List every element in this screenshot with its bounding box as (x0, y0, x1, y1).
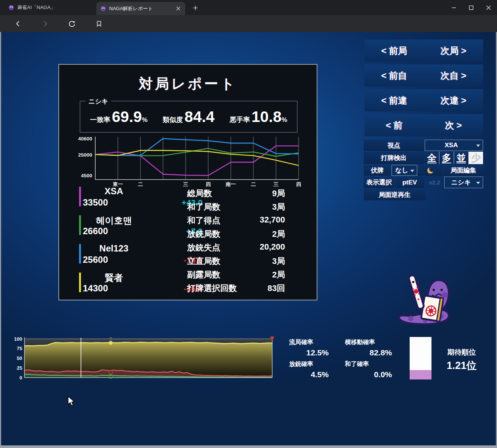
fusehai-label: 伏牌 (364, 165, 391, 176)
stat-row: 放銃局数2局 (187, 229, 285, 240)
next-self-button[interactable]: 次自 > (424, 70, 483, 82)
stat-row: 立直局数3局 (187, 256, 285, 267)
segment-normal[interactable]: 並 (454, 152, 468, 164)
nav-row-diff: < 前違 次違 > (364, 89, 483, 111)
svg-text:0: 0 (20, 375, 22, 381)
nav-row-step: < 前 次 > (364, 114, 483, 136)
prev-self-button[interactable]: < 前自 (364, 70, 424, 82)
player-row: Nel123 25600 -14.0 (79, 243, 147, 265)
display-select-label: 表示選択 (364, 177, 395, 188)
forward-icon[interactable] (41, 19, 50, 28)
mouse-cursor (67, 396, 76, 407)
browser-window: 麻雀AI「NAGA」 NAGA解析レポート (0, 0, 497, 448)
stat-row: 和了得点32,700 (187, 215, 285, 226)
window-bottom-edge (0, 445, 497, 448)
svg-text:40600: 40600 (78, 136, 92, 142)
stat-row: 放銃失点20,200 (187, 242, 285, 253)
new-tab-button[interactable] (191, 4, 200, 12)
naga-favicon-icon (100, 6, 106, 12)
page-content: 対局レポート ニシキ 一致率 69.9 % 類似度 84.4 悪手率 (0, 32, 497, 448)
bad-move-rate: 悪手率 10.8 % (230, 108, 287, 126)
tab-close-icon[interactable] (175, 5, 181, 12)
close-button[interactable] (480, 0, 497, 15)
tab-title: 麻雀AI「NAGA」 (17, 4, 87, 11)
player-select[interactable]: ニシキ (444, 177, 483, 188)
naga-mascot (396, 272, 452, 325)
prev-kyoku-button[interactable]: < 前局 (364, 45, 424, 57)
svg-text:25000: 25000 (78, 152, 92, 158)
next-button[interactable]: 次 > (424, 119, 483, 131)
next-kyoku-button[interactable]: 次局 > (424, 45, 483, 57)
tab-naga-home[interactable]: 麻雀AI「NAGA」 (5, 0, 91, 15)
stat-row: 打牌選択回数83回 (187, 283, 285, 294)
reverse-replay-button[interactable]: 局面逆再生 (364, 189, 425, 200)
reload-icon[interactable] (67, 19, 76, 28)
expected-rank: 期待順位 1.21位 (437, 347, 486, 372)
edit-board-button[interactable]: 局面編集 (444, 165, 483, 176)
player-color-bar (79, 187, 81, 206)
minimize-button[interactable] (445, 0, 462, 15)
toolbar: https://naga.dmv.nico/htmls/9819e1e08bbd… (0, 15, 497, 32)
player-color-bar (79, 273, 81, 292)
probability-area-chart[interactable]: 1007550250 (11, 336, 274, 382)
tab-title: NAGA解析レポート (109, 5, 172, 12)
back-icon[interactable] (14, 19, 23, 28)
svg-text:三: 三 (273, 181, 279, 187)
svg-text:4500: 4500 (81, 173, 92, 178)
ptev-button[interactable]: ptEV (395, 177, 424, 188)
svg-text:50: 50 (17, 355, 22, 361)
next-diff-button[interactable]: 次違 > (424, 94, 483, 107)
svg-text:三: 三 (183, 181, 188, 187)
nav-row-self: < 前自 次自 > (364, 64, 483, 87)
rank-bar-fill (410, 370, 431, 379)
crescent-moon-icon[interactable] (427, 167, 434, 174)
night-mode-cell (418, 165, 443, 176)
version-label: v2.2 (425, 177, 444, 188)
score-line-chart: 40600250004500東一二三四南一二三四 (69, 135, 302, 189)
svg-text:25: 25 (17, 365, 22, 371)
report-title: 対局レポート (59, 75, 317, 93)
viewpoint-label: 視点 (364, 140, 424, 151)
segment-few[interactable]: 少 (468, 152, 483, 164)
svg-text:75: 75 (17, 346, 22, 351)
viewpoint-select[interactable]: XSA (425, 140, 483, 151)
similarity: 類似度 84.4 (163, 108, 215, 126)
bookmark-icon[interactable] (95, 19, 104, 28)
agari-prob: 和了確率 0.0% (345, 360, 392, 379)
svg-text:二: 二 (251, 181, 256, 187)
segment-all[interactable]: 全 (425, 152, 439, 164)
ryukyoku-prob: 流局確率 12.5% (289, 338, 329, 357)
player-color-bar (79, 244, 81, 264)
expected-rank-bar (410, 337, 431, 379)
summary-box: ニシキ 一致率 69.9 % 類似度 84.4 悪手率 10.8 (80, 101, 297, 133)
prev-diff-button[interactable]: < 前違 (364, 94, 424, 107)
svg-text:100: 100 (14, 336, 22, 342)
svg-text:四: 四 (206, 181, 211, 187)
naga-favicon-icon (8, 5, 14, 11)
stat-row: 和了局数3局 (187, 201, 285, 213)
segment-many[interactable]: 多 (439, 152, 454, 164)
nav-row-kyoku: < 前局 次局 > (364, 40, 483, 62)
prev-button[interactable]: < 前 (364, 119, 424, 131)
tab-report[interactable]: NAGA解析レポート (96, 2, 185, 15)
report-panel: 対局レポート ニシキ 一致率 69.9 % 類似度 84.4 悪手率 (58, 64, 317, 300)
svg-text:四: 四 (296, 181, 301, 187)
player-row: XSA 33500 +43.0 (79, 186, 147, 208)
svg-text:南一: 南一 (226, 181, 236, 187)
fusehai-select[interactable]: なし (392, 165, 417, 176)
player-row: 賢者 14300 -36.0 (79, 272, 147, 294)
window-controls (445, 0, 497, 15)
player-row: 헤이호맨 26600 +7.0 (79, 215, 147, 236)
dahai-detect-label: 打牌検出 (364, 152, 424, 164)
titlebar: 麻雀AI「NAGA」 NAGA解析レポート (0, 0, 497, 15)
player-color-bar (79, 215, 81, 235)
yokoido-prob: 横移動確率 82.8% (345, 338, 392, 357)
houjuu-prob: 放銃確率 4.5% (289, 360, 329, 379)
stat-row: 総局数9局 (187, 188, 285, 199)
stat-row: 副露局数2局 (187, 269, 285, 280)
dahai-detect-segments: 全 多 並 少 (425, 152, 483, 164)
maximize-button[interactable] (462, 0, 480, 15)
match-rate: 一致率 69.9 % (90, 108, 148, 126)
